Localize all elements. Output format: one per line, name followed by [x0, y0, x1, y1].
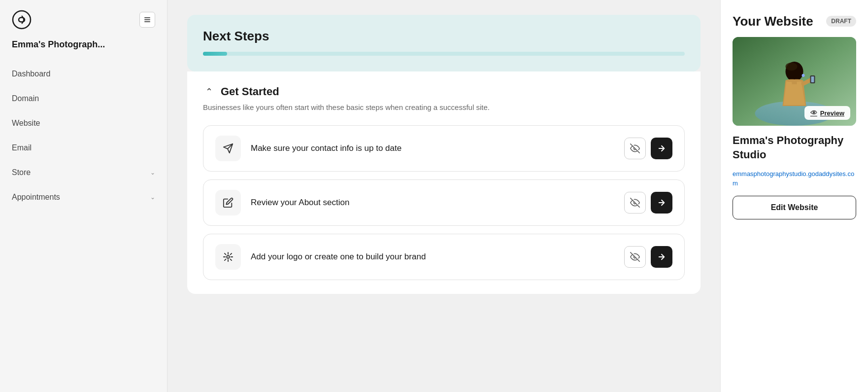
collapse-sidebar-button[interactable]: [139, 12, 155, 28]
step-label-contact: Make sure your contact info is up to dat…: [251, 143, 614, 153]
edit-icon-box: [215, 190, 241, 215]
sidebar-nav: Dashboard Domain Website Email Store ⌄ A…: [0, 62, 167, 382]
godaddy-logo: [12, 10, 32, 30]
next-steps-title: Next Steps: [203, 29, 685, 44]
get-started-collapse-button[interactable]: ⌃: [203, 86, 215, 98]
get-started-header: ⌃ Get Started: [203, 85, 685, 98]
right-panel: Your Website DRAFT: [720, 0, 868, 392]
step-label-logo: Add your logo or create one to build you…: [251, 252, 614, 262]
sidebar-item-store-label: Store: [12, 168, 31, 177]
next-steps-card: Next Steps: [187, 15, 701, 71]
arrow-right-icon-2: [657, 198, 666, 207]
appointments-chevron-icon: ⌄: [150, 194, 155, 201]
website-url: emmasphotographystudio.godaddysites.com: [733, 170, 856, 187]
svg-rect-3: [144, 21, 150, 22]
store-chevron-icon: ⌄: [150, 169, 155, 176]
sidebar-item-appointments-label: Appointments: [12, 193, 60, 202]
right-panel-header: Your Website DRAFT: [733, 14, 856, 29]
eye-off-icon: [630, 143, 640, 153]
site-name: Emma's Photograph...: [0, 39, 167, 62]
svg-point-0: [13, 11, 31, 29]
sidebar-item-dashboard-label: Dashboard: [12, 70, 50, 78]
hide-contact-button[interactable]: [624, 138, 646, 159]
hide-about-button[interactable]: [624, 192, 646, 214]
your-website-title: Your Website: [733, 14, 813, 29]
step-actions-about: [624, 192, 672, 214]
send-icon: [223, 143, 234, 154]
sidebar-item-domain-label: Domain: [12, 94, 39, 103]
eye-off-icon-2: [630, 198, 640, 208]
website-name: Emma's Photography Studio: [733, 134, 856, 162]
sparkle-icon: [223, 251, 234, 262]
sidebar-item-email-label: Email: [12, 143, 32, 152]
step-actions-logo: [624, 246, 672, 268]
edit-website-button[interactable]: Edit Website: [733, 196, 856, 219]
sidebar-item-website[interactable]: Website: [0, 111, 167, 136]
progress-bar-container: [203, 52, 685, 56]
sidebar-header: [0, 10, 167, 39]
edit-icon: [223, 197, 234, 208]
progress-bar-fill: [203, 52, 227, 56]
step-card-contact: Make sure your contact info is up to dat…: [203, 125, 685, 172]
sidebar-item-store[interactable]: Store ⌄: [0, 160, 167, 185]
get-started-title: Get Started: [221, 85, 279, 98]
website-preview-image: 👁 Preview: [733, 37, 856, 126]
svg-rect-2: [144, 19, 150, 20]
sidebar: Emma's Photograph... Dashboard Domain We…: [0, 0, 167, 392]
svg-point-20: [802, 74, 805, 77]
preview-overlay[interactable]: 👁 Preview: [804, 106, 850, 120]
svg-rect-19: [792, 80, 797, 84]
svg-point-16: [786, 63, 798, 71]
svg-rect-18: [811, 76, 814, 82]
draft-badge: DRAFT: [826, 16, 856, 27]
sidebar-item-appointments[interactable]: Appointments ⌄: [0, 185, 167, 210]
step-card-about: Review your About section: [203, 179, 685, 226]
contact-icon-box: [215, 136, 241, 161]
arrow-right-icon-3: [657, 252, 666, 261]
get-started-section: ⌃ Get Started Businesses like yours ofte…: [187, 71, 701, 294]
sidebar-item-email[interactable]: Email: [0, 136, 167, 160]
hide-logo-button[interactable]: [624, 246, 646, 268]
main-content: Next Steps ⌃ Get Started Businesses like…: [167, 0, 720, 392]
sidebar-item-website-label: Website: [12, 119, 40, 128]
logo-icon-box: [215, 244, 241, 270]
step-card-logo: Add your logo or create one to build you…: [203, 234, 685, 280]
preview-eye-icon: 👁: [810, 109, 817, 117]
svg-point-10: [227, 255, 230, 258]
step-label-about: Review your About section: [251, 198, 614, 208]
step-actions-contact: [624, 138, 672, 159]
eye-off-icon-3: [630, 252, 640, 262]
sidebar-item-dashboard[interactable]: Dashboard: [0, 62, 167, 86]
go-about-button[interactable]: [651, 192, 672, 214]
get-started-description: Businesses like yours often start with t…: [203, 102, 685, 113]
svg-rect-1: [144, 17, 150, 18]
preview-label: Preview: [820, 109, 844, 117]
arrow-right-icon: [657, 144, 666, 153]
go-contact-button[interactable]: [651, 138, 672, 159]
sidebar-item-domain[interactable]: Domain: [0, 86, 167, 111]
go-logo-button[interactable]: [651, 246, 672, 268]
